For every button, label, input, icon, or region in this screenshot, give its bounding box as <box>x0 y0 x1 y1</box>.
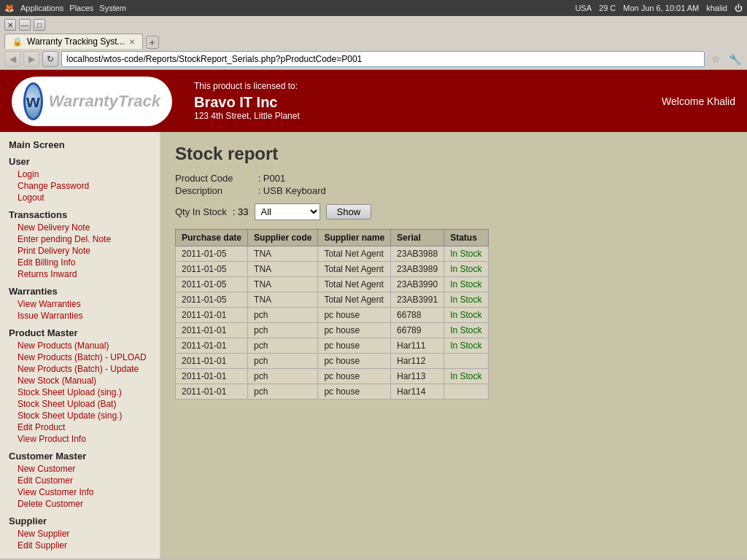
address-bar-row: ◀ ▶ ↻ ☆ 🔧 <box>0 49 747 69</box>
sidebar-item-new-customer[interactable]: New Customer <box>9 463 151 475</box>
cell-name: pc house <box>318 354 391 369</box>
cell-serial: Har112 <box>391 354 444 369</box>
cell-status: In Stock <box>444 308 488 323</box>
cell-code: TNA <box>248 277 318 292</box>
company-name: Bravo IT Inc <box>194 94 300 111</box>
back-button[interactable]: ◀ <box>4 51 20 67</box>
page-wrapper: w WarrantyTrack This product is licensed… <box>0 70 747 559</box>
sidebar-item-delete-customer[interactable]: Delete Customer <box>9 498 151 510</box>
cell-status: In Stock <box>444 323 488 338</box>
sidebar-item-new-delivery-note[interactable]: New Delivery Note <box>9 222 151 233</box>
tab-close-button[interactable]: ✕ <box>129 38 135 46</box>
cell-serial: 66788 <box>391 308 444 323</box>
cell-serial: 23AB3989 <box>391 262 444 277</box>
sidebar-item-edit-product[interactable]: Edit Product <box>9 421 151 433</box>
sidebar-item-enter-pending[interactable]: Enter pending Del. Note <box>9 233 151 245</box>
cell-date: 2011-01-01 <box>176 308 248 323</box>
main-screen-title: Main Screen <box>9 139 151 150</box>
sidebar-item-returns-inward[interactable]: Returns Inward <box>9 268 151 280</box>
cell-date: 2011-01-01 <box>176 384 248 400</box>
sidebar-item-new-products-manual[interactable]: New Products (Manual) <box>9 340 151 351</box>
sidebar-item-issue-warranties[interactable]: Issue Warranties <box>9 310 151 322</box>
system-menu[interactable]: System <box>99 4 126 12</box>
table-row: 2011-01-01pchpc houseHar112 <box>176 354 489 369</box>
active-tab[interactable]: 🔒 Warranty Tracking Syst... ✕ <box>4 34 143 49</box>
cell-status <box>444 384 488 400</box>
cell-status: In Stock <box>444 369 488 384</box>
sidebar-item-stock-sheet-update-sing[interactable]: Stock Sheet Update (sing.) <box>9 410 151 421</box>
cell-status <box>444 354 488 369</box>
cell-status: In Stock <box>444 277 488 292</box>
sidebar-item-view-warranties[interactable]: View Warranties <box>9 298 151 310</box>
bookmark-icon[interactable]: ☆ <box>708 51 724 67</box>
sidebar-section-warranties: Warranties <box>9 286 151 297</box>
sidebar-section-product-master: Product Master <box>9 327 151 338</box>
sidebar-item-new-products-batch-update[interactable]: New Products (Batch) - Update <box>9 363 151 375</box>
temp: 29 C <box>599 4 616 12</box>
cell-date: 2011-01-05 <box>176 277 248 292</box>
os-user: khalid <box>706 4 727 12</box>
power-icon[interactable]: ⏻ <box>735 4 743 12</box>
sidebar-item-new-products-batch-upload[interactable]: New Products (Batch) - UPLOAD <box>9 351 151 363</box>
filter-row: Qty In Stock : 33 All In Stock Sold Show <box>175 203 732 220</box>
minimize-button[interactable]: — <box>19 19 31 31</box>
cell-code: pch <box>248 369 318 384</box>
cell-name: pc house <box>318 338 391 354</box>
sidebar-section-transactions: Transactions <box>9 209 151 220</box>
maximize-button[interactable]: □ <box>34 19 45 31</box>
places-menu[interactable]: Places <box>69 4 93 12</box>
sidebar-section-user: User <box>9 156 151 167</box>
sidebar-item-logout[interactable]: Logout <box>9 192 151 203</box>
sidebar-item-print-delivery-note[interactable]: Print Delivery Note <box>9 245 151 257</box>
browser-chrome: ✕ — □ 🔒 Warranty Tracking Syst... ✕ + ◀ … <box>0 16 747 70</box>
sidebar-item-edit-supplier[interactable]: Edit Supplier <box>9 540 151 551</box>
sidebar-item-edit-billing-info[interactable]: Edit Billing Info <box>9 257 151 268</box>
show-button[interactable]: Show <box>326 204 372 219</box>
sidebar-item-login[interactable]: Login <box>9 168 151 180</box>
forward-button[interactable]: ▶ <box>23 51 39 67</box>
cell-serial: Har113 <box>391 369 444 384</box>
cell-status: In Stock <box>444 262 488 277</box>
cell-code: pch <box>248 308 318 323</box>
stock-table: Purchase date Supplier code Supplier nam… <box>175 229 489 400</box>
address-bar[interactable] <box>61 51 705 67</box>
cell-serial: 23AB3990 <box>391 277 444 292</box>
sidebar-item-new-stock-manual[interactable]: New Stock (Manual) <box>9 375 151 386</box>
product-code-label: Product Code <box>175 173 255 184</box>
product-code-row: Product Code : P001 <box>175 173 732 184</box>
licensed-text: This product is licensed to: <box>194 81 300 91</box>
col-supplier-code: Supplier code <box>248 230 318 246</box>
tools-icon[interactable]: 🔧 <box>727 51 743 67</box>
status-filter-select[interactable]: All In Stock Sold <box>255 203 320 220</box>
table-row: 2011-01-01pchpc houseHar113In Stock <box>176 369 489 384</box>
main-layout: Main Screen User Login Change Password L… <box>0 132 747 559</box>
tab-title: Warranty Tracking Syst... <box>27 36 125 47</box>
header-info: This product is licensed to: Bravo IT In… <box>194 81 300 121</box>
sidebar-item-view-product-info[interactable]: View Product Info <box>9 433 151 445</box>
sidebar-item-stock-sheet-upload-sing[interactable]: Stock Sheet Upload (sing.) <box>9 386 151 398</box>
cell-serial: 23AB3988 <box>391 246 444 262</box>
col-status: Status <box>444 230 488 246</box>
qty-label: Qty In Stock <box>175 206 227 217</box>
description-row: Description : USB Keyboard <box>175 185 732 196</box>
cell-name: pc house <box>318 384 391 400</box>
cell-name: Total Net Agent <box>318 262 391 277</box>
close-button[interactable]: ✕ <box>4 19 16 31</box>
cell-name: Total Net Agent <box>318 246 391 262</box>
sidebar-item-view-customer-info[interactable]: View Customer Info <box>9 486 151 498</box>
col-purchase-date: Purchase date <box>176 230 248 246</box>
logo-icon: w <box>23 82 43 120</box>
logo-text: WarrantyTrack <box>49 92 160 111</box>
cell-date: 2011-01-01 <box>176 369 248 384</box>
sidebar-item-new-supplier[interactable]: New Supplier <box>9 528 151 540</box>
logo-w-letter: w <box>26 91 40 112</box>
sidebar-item-stock-sheet-upload-bat[interactable]: Stock Sheet Upload (Bat) <box>9 398 151 410</box>
cell-serial: 23AB3991 <box>391 292 444 308</box>
applications-menu[interactable]: Applications <box>20 4 63 12</box>
sidebar-item-edit-customer[interactable]: Edit Customer <box>9 475 151 486</box>
logo-area: w WarrantyTrack <box>12 77 172 126</box>
new-tab-button[interactable]: + <box>146 36 159 49</box>
reload-button[interactable]: ↻ <box>42 51 58 67</box>
sidebar-item-change-password[interactable]: Change Password <box>9 180 151 192</box>
cell-date: 2011-01-05 <box>176 292 248 308</box>
